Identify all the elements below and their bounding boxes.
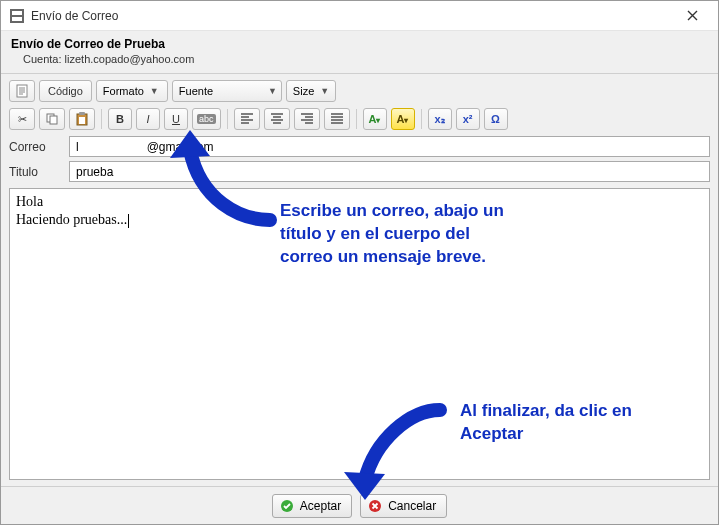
dialog-footer: Aceptar Cancelar [1,486,718,524]
align-justify-button[interactable] [324,108,350,130]
align-center-icon [269,111,285,127]
correo-field-row: Correo l @gmail.com [9,136,710,157]
body-line: Haciendo pruebas... [16,211,703,229]
toolbar-row-1: Código Formato ▼ Fuente ▼ Size ▼ [9,80,710,102]
strike-icon: abc [197,114,216,124]
chevron-down-icon: ▼ [268,86,277,96]
copy-button[interactable] [39,108,65,130]
svg-rect-4 [50,116,57,124]
check-circle-icon [279,498,295,514]
text-color-icon: A▾ [369,113,381,125]
separator [421,109,422,129]
correo-input[interactable]: l @gmail.com [69,136,710,157]
source-code-button[interactable]: Código [39,80,92,102]
titulo-label: Titulo [9,165,63,179]
redacted-area [79,140,147,154]
subheader-title: Envío de Correo de Prueba [11,37,708,51]
svg-rect-1 [11,15,23,17]
clipboard-icon [74,111,90,127]
format-select[interactable]: Formato ▼ [96,80,168,102]
italic-button[interactable]: I [136,108,160,130]
svg-rect-2 [17,85,27,97]
titulo-field-row: Titulo prueba [9,161,710,182]
body-line: Hola [16,193,703,211]
chevron-down-icon: ▼ [320,86,329,96]
subheader: Envío de Correo de Prueba Cuenta: lizeth… [1,31,718,74]
cancel-button[interactable]: Cancelar [360,494,447,518]
close-button[interactable] [672,2,712,30]
size-select[interactable]: Size ▼ [286,80,336,102]
separator [227,109,228,129]
text-cursor [128,214,129,228]
strikethrough-button[interactable]: abc [192,108,221,130]
separator [356,109,357,129]
svg-rect-6 [79,112,85,115]
paste-button[interactable] [69,108,95,130]
chevron-down-icon: ▼ [150,86,159,96]
separator [101,109,102,129]
align-justify-icon [329,111,345,127]
account-label: Cuenta: lizeth.copado@yahoo.com [11,53,708,65]
cut-button[interactable]: ✂ [9,108,35,130]
underline-button[interactable]: U [164,108,188,130]
special-char-button[interactable]: Ω [484,108,508,130]
titlebar: Envío de Correo [1,1,718,31]
align-right-icon [299,111,315,127]
accept-button[interactable]: Aceptar [272,494,352,518]
content-area: Código Formato ▼ Fuente ▼ Size ▼ ✂ [1,74,718,486]
correo-label: Correo [9,140,63,154]
email-dialog-window: Envío de Correo Envío de Correo de Prueb… [0,0,719,525]
align-left-button[interactable] [234,108,260,130]
copy-icon [44,111,60,127]
align-left-icon [239,111,255,127]
source-icon-button[interactable] [9,80,35,102]
x-circle-icon [367,498,383,514]
document-icon [14,83,30,99]
svg-rect-7 [79,117,85,124]
toolbar-row-2: ✂ B I U abc A▾ A▾ [9,108,710,130]
scissors-icon: ✂ [14,111,30,127]
align-right-button[interactable] [294,108,320,130]
window-title: Envío de Correo [31,9,672,23]
subscript-button[interactable]: x₂ [428,108,452,130]
app-icon [9,8,25,24]
text-color-button[interactable]: A▾ [363,108,387,130]
font-select[interactable]: Fuente ▼ [172,80,282,102]
titulo-input[interactable]: prueba [69,161,710,182]
highlight-color-button[interactable]: A▾ [391,108,415,130]
message-body-editor[interactable]: Hola Haciendo pruebas... [9,188,710,480]
highlight-icon: A▾ [397,113,409,125]
bold-button[interactable]: B [108,108,132,130]
superscript-button[interactable]: x² [456,108,480,130]
align-center-button[interactable] [264,108,290,130]
